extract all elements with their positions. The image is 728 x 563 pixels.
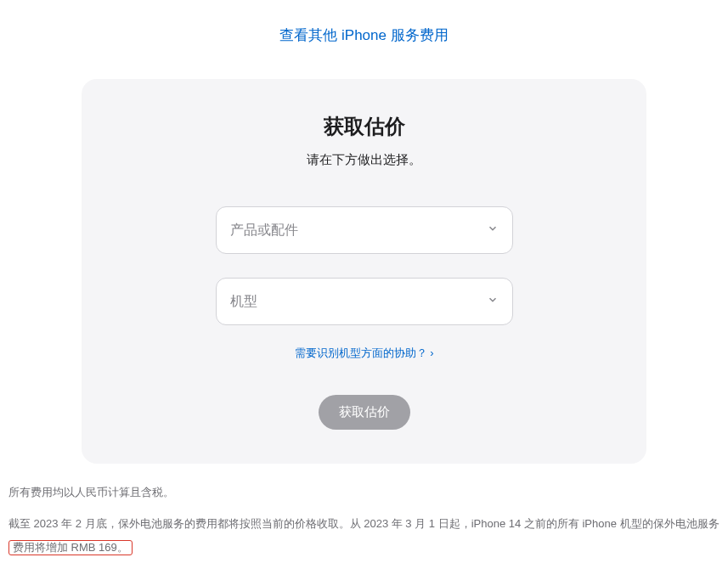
footer-line-1: 所有费用均以人民币计算且含税。 bbox=[8, 481, 720, 505]
chevron-down-icon bbox=[487, 222, 499, 238]
help-link-text: 需要识别机型方面的协助？ bbox=[295, 346, 427, 359]
view-other-services-link[interactable]: 查看其他 iPhone 服务费用 bbox=[279, 27, 448, 43]
product-select-wrap: 产品或配件 bbox=[216, 206, 513, 254]
get-estimate-button[interactable]: 获取估价 bbox=[319, 395, 410, 430]
footer-line-2a: 截至 2023 年 2 月底，保外电池服务的费用都将按照当前的价格收取。从 20… bbox=[8, 517, 720, 530]
model-select[interactable]: 机型 bbox=[216, 278, 513, 325]
product-select[interactable]: 产品或配件 bbox=[216, 206, 513, 254]
price-increase-highlight: 费用将增加 RMB 169。 bbox=[8, 540, 133, 555]
footer-line-2: 截至 2023 年 2 月底，保外电池服务的费用都将按照当前的价格收取。从 20… bbox=[8, 512, 720, 560]
model-select-wrap: 机型 bbox=[216, 278, 513, 325]
identify-model-help-link[interactable]: 需要识别机型方面的协助？ › bbox=[295, 346, 434, 359]
estimate-card: 获取估价 请在下方做出选择。 产品或配件 机型 需要识别机型方面的协助？ › 获… bbox=[82, 79, 646, 464]
chevron-down-icon bbox=[487, 294, 499, 309]
footer-notes: 所有费用均以人民币计算且含税。 截至 2023 年 2 月底，保外电池服务的费用… bbox=[0, 464, 728, 560]
card-subtitle: 请在下方做出选择。 bbox=[124, 152, 604, 168]
model-select-placeholder: 机型 bbox=[230, 293, 257, 311]
product-select-placeholder: 产品或配件 bbox=[230, 222, 298, 239]
card-title: 获取估价 bbox=[124, 113, 604, 140]
chevron-right-icon: › bbox=[430, 346, 433, 359]
